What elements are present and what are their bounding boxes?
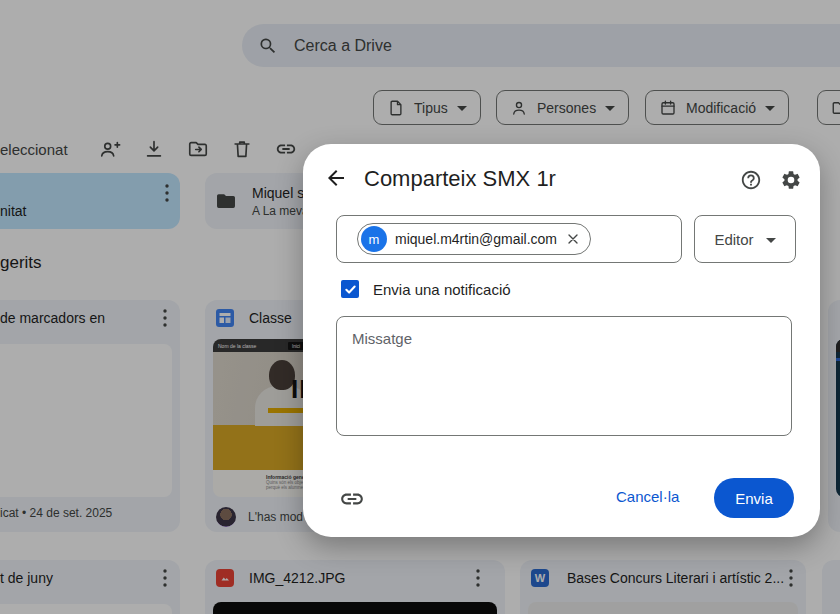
copy-link-icon[interactable] bbox=[339, 485, 367, 513]
message-field-wrap bbox=[336, 316, 792, 436]
send-button[interactable]: Envia bbox=[714, 478, 794, 518]
role-dropdown-value: Editor bbox=[714, 231, 753, 248]
share-dialog: Comparteix SMX 1r m miquel.m4rtin@gmail.… bbox=[303, 144, 820, 537]
notify-row[interactable]: Envia una notificació bbox=[341, 280, 511, 298]
chevron-down-icon bbox=[766, 238, 776, 243]
notify-checkbox-label: Envia una notificació bbox=[373, 281, 511, 298]
dialog-title: Comparteix SMX 1r bbox=[364, 166, 556, 192]
recipients-input[interactable]: m miquel.m4rtin@gmail.com bbox=[336, 215, 682, 263]
help-icon[interactable] bbox=[740, 169, 762, 191]
role-dropdown[interactable]: Editor bbox=[694, 215, 796, 263]
recipient-email: miquel.m4rtin@gmail.com bbox=[395, 231, 557, 247]
recipient-avatar: m bbox=[361, 226, 387, 252]
notify-checkbox[interactable] bbox=[341, 280, 359, 298]
recipient-chip[interactable]: m miquel.m4rtin@gmail.com bbox=[357, 223, 591, 255]
message-textarea[interactable] bbox=[336, 316, 792, 436]
cancel-button[interactable]: Cancel·la bbox=[616, 484, 679, 508]
drive-share-screen: Tipus Persones Modificació bbox=[0, 0, 840, 614]
gear-icon[interactable] bbox=[780, 169, 802, 191]
back-arrow-icon[interactable] bbox=[324, 166, 348, 190]
remove-recipient-icon[interactable] bbox=[565, 231, 581, 247]
